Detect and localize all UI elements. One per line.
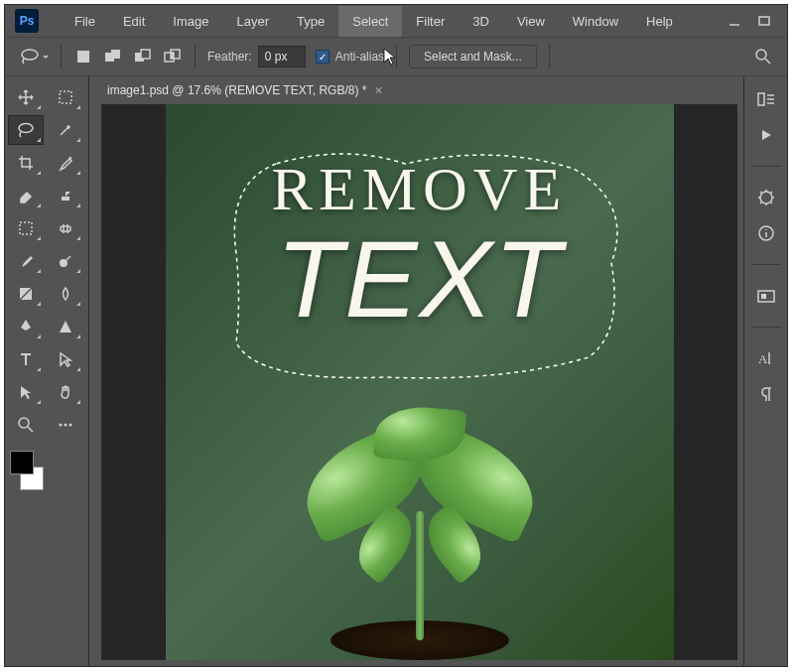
menu-view[interactable]: View — [503, 6, 559, 37]
divider — [549, 45, 550, 68]
svg-rect-10 — [171, 53, 174, 59]
crop-tool[interactable] — [8, 148, 44, 178]
dodge-tool[interactable] — [48, 246, 83, 276]
antialias-control[interactable]: ✓ Anti-alias — [316, 50, 384, 64]
eyedropper-tool[interactable] — [48, 148, 83, 178]
edit-toolbar-icon[interactable] — [48, 410, 83, 440]
hand-tool[interactable] — [48, 377, 83, 407]
type-tool[interactable] — [8, 344, 44, 374]
menu-window[interactable]: Window — [559, 6, 632, 37]
select-and-mask-button[interactable]: Select and Mask... — [409, 45, 537, 68]
clone-stamp-tool[interactable] — [48, 181, 83, 210]
gradient-tool[interactable] — [8, 279, 44, 309]
svg-rect-19 — [61, 226, 70, 231]
menu-bar: Ps File Edit Image Layer Type Select Fil… — [5, 5, 787, 37]
divider — [195, 45, 196, 68]
selection-new-icon[interactable] — [73, 47, 93, 67]
window-controls — [726, 14, 777, 28]
feather-control: Feather: — [207, 46, 306, 67]
character-panel-icon[interactable]: A — [755, 347, 777, 369]
svg-point-11 — [756, 50, 766, 60]
svg-rect-1 — [759, 17, 769, 25]
eraser-tool[interactable] — [8, 181, 44, 210]
right-panel-strip: A — [743, 76, 787, 666]
svg-point-25 — [69, 424, 72, 427]
tab-strip: image1.psd @ 17.6% (REMOVE TEXT, RGB/8) … — [95, 76, 743, 104]
menu-edit[interactable]: Edit — [109, 6, 159, 37]
app-logo: Ps — [15, 9, 39, 33]
svg-line-12 — [765, 59, 770, 64]
active-tool-lasso-icon[interactable] — [19, 42, 49, 71]
selection-intersect-icon[interactable] — [163, 47, 183, 67]
minimize-button[interactable] — [726, 14, 743, 28]
frame-tool[interactable] — [8, 213, 44, 243]
divider — [61, 45, 62, 68]
menu-image[interactable]: Image — [159, 6, 222, 37]
svg-line-17 — [28, 427, 33, 432]
antialias-checkbox[interactable]: ✓ — [316, 50, 330, 64]
menu-type[interactable]: Type — [283, 6, 338, 37]
direct-select-tool[interactable] — [48, 344, 83, 374]
color-swatches[interactable] — [8, 451, 46, 490]
svg-point-13 — [19, 124, 33, 133]
menu-file[interactable]: File — [61, 6, 109, 37]
document-tab[interactable]: image1.psd @ 17.6% (REMOVE TEXT, RGB/8) … — [107, 82, 383, 98]
canvas-viewport[interactable]: REMOVE TEXT — [101, 104, 737, 660]
search-icon[interactable] — [753, 47, 773, 67]
svg-rect-35 — [761, 294, 766, 299]
svg-text:A: A — [758, 351, 768, 366]
options-bar: Feather: ✓ Anti-alias Select and Mask... — [5, 37, 787, 76]
svg-rect-7 — [141, 50, 150, 59]
menu-select[interactable]: Select — [338, 6, 402, 37]
document-tab-label: image1.psd @ 17.6% (REMOVE TEXT, RGB/8) … — [107, 83, 366, 97]
history-panel-icon[interactable] — [755, 88, 777, 110]
selection-subtract-icon[interactable] — [133, 47, 153, 67]
svg-rect-3 — [77, 51, 89, 63]
tools-panel — [5, 76, 89, 666]
healing-tool[interactable] — [48, 213, 83, 243]
svg-rect-14 — [20, 222, 32, 234]
canvas-text-line-2: TEXT — [166, 224, 674, 334]
blur-tool[interactable] — [48, 279, 83, 309]
canvas-text-layer: REMOVE TEXT — [166, 154, 674, 334]
svg-rect-18 — [60, 91, 71, 103]
play-panel-icon[interactable] — [755, 124, 777, 146]
document-area: image1.psd @ 17.6% (REMOVE TEXT, RGB/8) … — [95, 76, 743, 666]
menu-filter[interactable]: Filter — [402, 6, 459, 37]
plant-graphic — [251, 392, 589, 660]
svg-point-2 — [22, 50, 38, 60]
move-tool[interactable] — [8, 82, 44, 112]
restore-button[interactable] — [755, 14, 773, 28]
svg-point-23 — [60, 424, 63, 427]
canvas[interactable]: REMOVE TEXT — [166, 104, 674, 660]
selection-add-icon[interactable] — [103, 47, 123, 67]
libraries-panel-icon[interactable] — [755, 285, 777, 307]
adjustments-panel-icon[interactable] — [755, 187, 777, 208]
svg-rect-26 — [758, 93, 764, 105]
tab-close-icon[interactable]: × — [374, 82, 382, 98]
divider — [396, 45, 397, 68]
pen-tool[interactable] — [8, 312, 44, 341]
antialias-label: Anti-alias — [335, 50, 384, 64]
path-select-tool[interactable] — [8, 377, 44, 407]
feather-input[interactable] — [258, 46, 306, 67]
foreground-color-swatch[interactable] — [10, 451, 34, 474]
marquee-tool[interactable] — [48, 82, 83, 112]
paragraph-panel-icon[interactable] — [755, 383, 777, 405]
info-panel-icon[interactable] — [755, 222, 777, 244]
menu-layer[interactable]: Layer — [223, 6, 284, 37]
shape-tool[interactable] — [48, 312, 83, 341]
app-logo-text: Ps — [20, 14, 35, 28]
lasso-tool[interactable] — [8, 115, 44, 145]
svg-point-30 — [760, 192, 772, 203]
magic-wand-tool[interactable] — [48, 115, 83, 145]
zoom-tool[interactable] — [8, 410, 44, 440]
svg-point-16 — [19, 418, 29, 428]
menu-help[interactable]: Help — [632, 6, 687, 37]
menu-3d[interactable]: 3D — [459, 6, 503, 37]
svg-rect-5 — [111, 50, 120, 59]
feather-label: Feather: — [207, 50, 252, 64]
brush-tool[interactable] — [8, 246, 44, 276]
workspace: image1.psd @ 17.6% (REMOVE TEXT, RGB/8) … — [5, 76, 787, 666]
photoshop-window: Ps File Edit Image Layer Type Select Fil… — [4, 4, 788, 667]
